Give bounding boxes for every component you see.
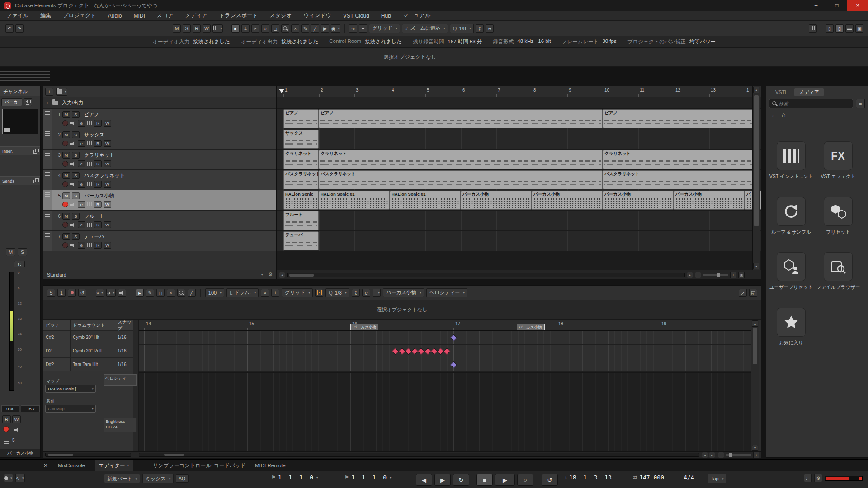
line-tool-button[interactable]: ╱ (188, 289, 196, 297)
channel-copy-icon[interactable] (24, 98, 32, 106)
minimize-button[interactable]: – (806, 0, 826, 11)
track-mute-button[interactable]: M (62, 192, 70, 199)
track-mute-button[interactable]: M (62, 213, 70, 220)
snap-type-icon[interactable] (315, 289, 323, 297)
drum-row-pitch[interactable]: D2 (43, 344, 71, 358)
tab-chord-pads[interactable]: コードパッド (210, 460, 249, 471)
record-arm-button[interactable] (62, 222, 68, 228)
menu-project[interactable]: プロジェクト (63, 12, 96, 19)
write-automation-button[interactable]: W (104, 140, 111, 147)
grid-type-dropdown[interactable]: グリッド (282, 288, 313, 297)
quantize-dropdown[interactable]: Q1/8 (450, 24, 474, 33)
column-header-snap[interactable]: スナップ (115, 320, 133, 331)
menu-manual[interactable]: マニュアル (403, 12, 430, 19)
scroll-track[interactable] (139, 453, 699, 457)
scroll-up-icon[interactable]: ▴ (752, 320, 758, 327)
drum-row-pitch[interactable]: D#2 (43, 358, 71, 371)
read-automation-button[interactable]: R (94, 242, 102, 249)
erase-tool-button[interactable]: ◻ (156, 289, 165, 297)
read-automation-button[interactable]: R (94, 221, 102, 228)
channel-fader[interactable] (9, 272, 14, 391)
track-row-piano[interactable]: 1 M S ピアノ e R W (43, 109, 276, 129)
write-automation-button[interactable]: W (104, 120, 111, 127)
channel-mute-button[interactable]: M (6, 248, 15, 256)
maximize-button[interactable]: □ (826, 0, 847, 11)
track-mute-button[interactable]: M (62, 172, 70, 179)
zoom-out-button[interactable]: − (695, 272, 701, 278)
insert-velocity-field[interactable]: 100 (205, 288, 224, 297)
media-tile-file-browser[interactable]: ファイルブラウザー (816, 252, 860, 291)
back-button[interactable]: ← (771, 112, 777, 118)
new-part-dropdown[interactable]: 新規パート (104, 474, 140, 483)
midi-clip[interactable]: HALion Sonic (283, 191, 319, 210)
scroll-right-icon[interactable]: ▸ (709, 452, 715, 458)
zoom-slider[interactable] (703, 274, 728, 276)
arrange-empty-area[interactable] (277, 251, 761, 270)
media-tile-loops-samples[interactable]: ループ & サンプル (769, 197, 813, 235)
editor-setup-button[interactable]: ◱ (749, 289, 757, 297)
editor-ruler[interactable]: 14 15 16 17 18 19 パーカス小物 パーカス小物 (139, 320, 751, 331)
grid-type-dropdown[interactable]: グリッド (369, 24, 400, 33)
track-handle[interactable] (43, 231, 52, 251)
midi-step-icon[interactable]: » (261, 289, 269, 297)
midi-clip[interactable]: ピアノ (283, 109, 319, 128)
punch-out-position[interactable]: 1. 1. 1. 0 (351, 474, 387, 481)
scroll-thumb[interactable] (48, 454, 73, 456)
pan-control[interactable]: C (14, 261, 25, 267)
midi-input-button[interactable] (68, 289, 76, 297)
folder-track-row[interactable]: ▸ 入力/出力 (43, 97, 276, 109)
project-tab-handle[interactable] (0, 70, 50, 81)
arrange-lane-bass-clarinet[interactable]: バスクラリネット バスクラリネット バスクラリネット (277, 170, 761, 190)
punch-in-flag-icon[interactable]: ⚑ (271, 474, 276, 480)
editor-note-grid[interactable]: 14 15 16 17 18 19 パーカス小物 パーカス小物 (139, 320, 751, 451)
draw-tool-button[interactable]: ✎ (301, 24, 309, 33)
controller-lane-area[interactable] (139, 372, 751, 451)
mix-dropdown[interactable]: ミックス (142, 474, 174, 483)
read-automation-button[interactable]: R (94, 181, 102, 188)
midi-clip[interactable]: パーカス小物 (461, 191, 532, 210)
tap-tempo-dropdown[interactable]: Tap (708, 474, 726, 483)
edit-channel-button[interactable]: e (78, 140, 85, 147)
quantize-panel-button[interactable]: e (362, 289, 370, 297)
monitor-button[interactable] (70, 182, 76, 187)
zoom-in-button[interactable]: + (730, 272, 736, 278)
arrange-lane-clarinet[interactable]: クラリネット クラリネット クラリネット (277, 150, 761, 170)
midi-clip[interactable]: パーカス小物 (532, 191, 603, 210)
track-visibility-dropdown[interactable] (56, 88, 67, 96)
transport-setup-button[interactable]: ⚙ (814, 474, 822, 482)
menu-studio[interactable]: スタジオ (270, 12, 292, 19)
monitor-button[interactable] (14, 427, 20, 432)
tab-vsti[interactable]: VSTi (771, 88, 790, 96)
arrange-horizontal-scrollbar[interactable]: ◂ ▸ − + ▣ (277, 270, 761, 279)
drum-row-snap[interactable]: 1/16 (115, 344, 133, 358)
select-tool-button[interactable]: ▸ (231, 24, 240, 33)
track-row-percussion-selected[interactable]: 5 M S パーカス小物 e R W (43, 190, 276, 211)
redo-button[interactable]: ↷ (15, 24, 24, 33)
scroll-right-icon[interactable]: ▸ (687, 272, 693, 278)
grid-cross-icon[interactable]: + (359, 24, 367, 33)
midi-clip[interactable]: バスクラリネット (603, 170, 755, 189)
instrument-icon[interactable] (87, 243, 92, 247)
monitor-button[interactable] (70, 141, 76, 146)
track-handle[interactable] (43, 150, 52, 169)
insert-mode-dropdown[interactable]: ➔ (106, 289, 116, 297)
write-all-button[interactable]: W (203, 24, 211, 33)
track-mute-button[interactable]: M (62, 152, 70, 159)
edit-channel-button[interactable]: e (78, 242, 85, 249)
inserts-section[interactable]: Inser. (0, 146, 40, 155)
gear-icon[interactable]: ⚙ (268, 272, 273, 277)
read-automation-button[interactable]: R (94, 160, 102, 167)
punch-in-caret[interactable]: ▼ (316, 476, 319, 479)
arrange-lane-sax[interactable]: サックス (277, 129, 761, 150)
scroll-track[interactable] (45, 453, 131, 457)
midi-clip[interactable]: HALion Sonic 01 (390, 191, 461, 210)
range-tool-button[interactable]: ⌶ (241, 24, 250, 33)
split-tool-button[interactable]: ✂ (251, 24, 259, 33)
read-automation-button[interactable]: R (94, 140, 102, 147)
track-solo-button[interactable]: S (72, 152, 80, 159)
track-mute-button[interactable]: M (62, 233, 70, 240)
project-cursor-position[interactable]: 18. 1. 3. 13 (569, 474, 612, 481)
tab-editor[interactable]: エディター (95, 460, 133, 471)
inspector-channel-tab[interactable]: パーカ. (1, 98, 22, 106)
track-solo-button[interactable]: S (72, 213, 80, 220)
